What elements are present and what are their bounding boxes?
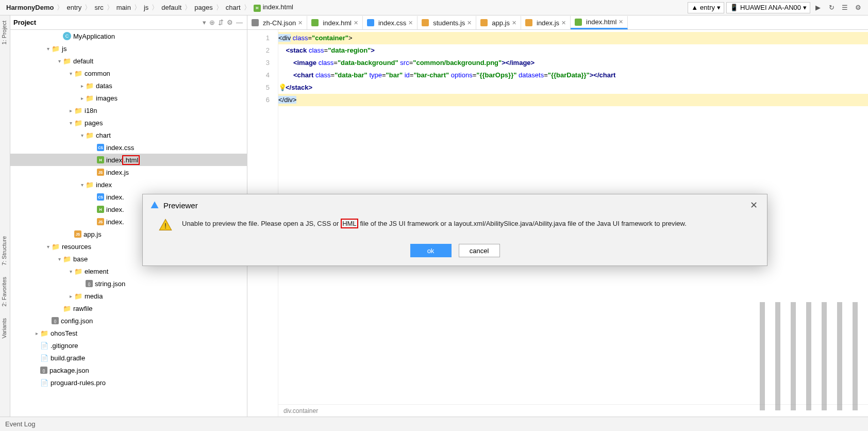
tree-node[interactable]: 📄.gitignore [10,339,247,352]
code-area[interactable]: <div class="container"> <stack class="da… [278,30,868,108]
editor-tab[interactable]: app.js✕ [476,16,521,29]
breadcrumb-item[interactable]: main [114,3,133,12]
editor-tab[interactable]: index.css✕ [363,16,418,29]
code-line[interactable]: <chart class="data-bar" type="bar" id="b… [278,69,868,81]
tree-node[interactable]: ▸📁i18n [10,104,247,117]
favorites-tool-button[interactable]: 2: Favorites [0,274,8,309]
editor-tab[interactable]: index.hml✕ [307,16,363,29]
breadcrumb-item[interactable]: pages [192,3,214,12]
tree-label: index.html [106,156,140,164]
tree-node[interactable]: ▸📁datas [10,79,247,92]
event-log-button[interactable]: Event Log [5,420,36,428]
list-button[interactable]: ☰ [839,2,850,13]
tree-node[interactable]: ▸📁ohosTest [10,327,247,339]
tree-label: index.css [106,144,134,152]
chevron-down-icon[interactable]: ▾ [203,19,206,26]
folder-icon: 📁 [74,292,82,300]
project-tool-button[interactable]: 1: Project [0,18,8,47]
expand-arrow-icon[interactable]: ▾ [44,244,52,250]
tree-node[interactable]: 📄build.gradle [10,352,247,364]
expand-arrow-icon[interactable]: ▸ [33,330,40,336]
code-line[interactable]: </div> [278,94,868,106]
code-line[interactable]: 💡</stack> [278,81,868,94]
tree-node[interactable]: {}package.json [10,364,247,376]
close-icon[interactable]: ✕ [748,200,760,211]
tree-node[interactable]: ▸📁media [10,290,247,302]
tree-node[interactable]: CSindex.css [10,141,247,154]
folder-icon: 📁 [40,329,48,337]
folder-icon: 📁 [63,57,71,65]
close-icon[interactable]: ✕ [561,20,566,26]
close-icon[interactable]: ✕ [619,19,623,25]
expand-arrow-icon[interactable]: ▸ [78,83,86,89]
device-selector[interactable]: 📱 HUAWEI ANA-AN00 ▾ [726,2,810,13]
line-number: 2 [247,44,270,57]
breadcrumb-item[interactable]: js [142,3,151,12]
expand-arrow-icon[interactable]: ▾ [67,269,74,274]
editor-tab[interactable]: index.html✕ [571,16,628,29]
breadcrumb-item[interactable]: default [159,3,183,12]
breadcrumb-item[interactable]: src [92,3,105,12]
close-icon[interactable]: ✕ [467,20,472,26]
file-icon: 📄 [40,354,48,362]
cancel-button[interactable]: cancel [459,244,500,257]
minimize-icon[interactable]: — [236,19,243,26]
tree-node[interactable]: ▾📁js [10,42,247,55]
tree-node[interactable]: ▾📁element [10,265,247,277]
close-icon[interactable]: ✕ [408,20,413,26]
tree-label: images [96,94,118,102]
breadcrumb-item[interactable]: entry [64,3,84,12]
tree-node[interactable]: {}config.json [10,314,247,327]
tree-node[interactable]: ▾📁chart [10,129,247,141]
expand-arrow-icon[interactable]: ▾ [67,120,74,126]
breadcrumb-item[interactable]: chart [224,3,243,12]
close-icon[interactable]: ✕ [298,20,303,26]
structure-tool-button[interactable]: 7: Structure [0,233,8,269]
tree-node[interactable]: Hindex.html [10,154,247,166]
code-line[interactable]: <stack class="data-region"> [278,44,868,57]
gear-icon[interactable]: ⚙ [227,19,233,26]
tree-node[interactable]: {}string.json [10,277,247,290]
file-icon [480,19,488,26]
tree-node[interactable]: ▾📁default [10,55,247,67]
tree-node[interactable]: 📄proguard-rules.pro [10,376,247,389]
expand-arrow-icon[interactable]: ▾ [44,46,52,52]
tree-node[interactable]: ▾📁pages [10,117,247,129]
expand-arrow-icon[interactable]: ▾ [67,71,74,76]
expand-arrow-icon[interactable]: ▾ [56,256,63,262]
editor-tab[interactable]: zh-CN.json✕ [247,16,307,29]
editor-tab[interactable]: index.js✕ [521,16,571,29]
run-button[interactable]: ▶ [812,2,824,13]
tree-node[interactable]: 📁rawfile [10,302,247,314]
refresh-button[interactable]: ↻ [826,2,837,13]
tree-node[interactable]: ▾📁index [10,178,247,191]
chevron-right-icon: 〉 [152,3,158,12]
target-icon[interactable]: ⊕ [209,19,215,26]
code-line[interactable]: <div class="container"> [278,32,868,44]
breadcrumb-item[interactable]: HarmonyDemo [4,3,56,12]
sort-icon[interactable]: ⇵ [218,19,224,26]
expand-arrow-icon[interactable]: ▸ [78,95,86,101]
expand-arrow-icon[interactable]: ▾ [78,132,86,138]
variants-tool-button[interactable]: Variants [0,315,8,342]
tree-node[interactable]: JSindex.js [10,166,247,178]
code-line[interactable]: <image class="data-background" src="comm… [278,57,868,69]
expand-arrow-icon[interactable]: ▸ [67,108,74,113]
tree-label: chart [96,131,111,139]
tree-node[interactable]: CMyApplication [10,30,247,42]
breadcrumb-item[interactable]: Hindex.html [252,2,295,13]
file-icon [422,19,429,26]
close-icon[interactable]: ✕ [354,20,358,26]
tree-node[interactable]: ▸📁images [10,92,247,104]
editor-tab[interactable]: students.js✕ [418,16,476,29]
tree-node[interactable]: ▾📁common [10,67,247,79]
module-selector[interactable]: ▲ entry ▾ [688,2,724,13]
settings-button[interactable]: ⚙ [853,2,864,13]
left-tool-strip: 1: Project 7: Structure 2: Favorites Var… [0,15,10,417]
expand-arrow-icon[interactable]: ▸ [67,293,74,299]
expand-arrow-icon[interactable]: ▾ [56,58,63,64]
expand-arrow-icon[interactable]: ▾ [78,182,86,188]
close-icon[interactable]: ✕ [512,20,516,26]
tree-label: default [73,57,93,65]
ok-button[interactable]: ok [410,244,452,257]
